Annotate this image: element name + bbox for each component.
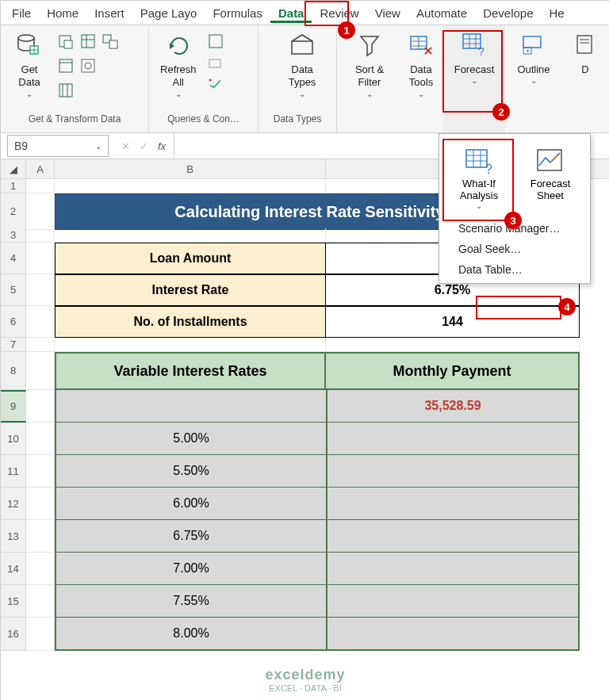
row-header[interactable]: 4 [1,243,26,274]
row-header[interactable]: 13 [1,520,26,553]
cell[interactable] [26,274,55,306]
ribbon-tabs[interactable]: File Home Insert Page Layo Formulas Data… [1,1,609,25]
loan-amount-label[interactable]: Loan Amount [55,243,326,274]
cell[interactable] [26,520,55,553]
source-icon[interactable] [58,33,74,52]
tab-data[interactable]: Data [270,3,312,23]
dt-cell-b[interactable]: 7.55% [55,585,326,618]
cell[interactable] [26,390,55,423]
tab-file[interactable]: File [4,3,39,23]
tab-home[interactable]: Home [39,3,86,23]
table-row[interactable]: 14 7.00% [1,553,609,585]
dt-cell-c[interactable] [326,488,580,520]
data-table-item[interactable]: Data Table… [447,259,582,280]
forecast-sheet-button[interactable]: Forecast Sheet [517,143,584,213]
dt-cell-b[interactable]: 5.50% [55,455,326,488]
sort-filter-button[interactable]: Sort & Filter ⌄ [346,29,393,112]
cell[interactable] [26,193,55,230]
col-header-b[interactable]: B [55,159,326,178]
cell[interactable] [26,306,55,338]
table-row[interactable]: 9 35,528.59 [1,390,609,423]
fx-icon[interactable]: fx [158,140,166,152]
goal-seek-item[interactable]: Goal Seek… [447,239,582,259]
source3-icon[interactable] [102,33,118,52]
row-header[interactable]: 8 [1,352,26,390]
tab-view[interactable]: View [367,3,408,23]
forecast-button[interactable]: ? Forecast ⌄ [448,29,500,112]
scenario-manager-item[interactable]: Scenario Manager… [447,218,582,239]
row-header[interactable]: 16 [1,618,26,651]
chevron-down-icon[interactable]: ⌄ [95,142,102,151]
row-header[interactable]: 12 [1,488,26,520]
source4-icon[interactable] [58,58,74,76]
q1-icon[interactable] [208,33,224,52]
dt-header-payment[interactable]: Monthly Payment [326,352,580,390]
dt-cell-b[interactable]: 7.00% [55,553,326,585]
cell[interactable] [55,228,326,243]
dt-cell-c[interactable] [326,585,580,618]
installments-label[interactable]: No. of Installments [55,306,326,338]
outline-button[interactable]: Outline ⌄ [510,29,557,112]
cell[interactable] [26,585,55,618]
table-row[interactable]: 16 8.00% [1,618,609,651]
cell[interactable] [55,338,326,352]
dt-header-rates[interactable]: Variable Interest Rates [55,352,326,390]
cancel-icon[interactable]: ✕ [121,140,130,152]
confirm-icon[interactable]: ✓ [140,140,148,152]
table-row[interactable]: 15 7.55% [1,585,609,618]
dt-cell-c[interactable] [326,520,580,553]
dt-cell-c[interactable] [326,423,580,455]
get-data-button[interactable]: Get Data ⌄ [6,29,53,112]
dt-cell-b[interactable]: 8.00% [55,618,326,651]
dt-cell-c[interactable] [326,618,580,651]
installments-value[interactable]: 144 [326,306,580,338]
cell[interactable] [26,423,55,455]
source2-icon[interactable] [80,33,96,52]
row-header[interactable]: 11 [1,455,26,488]
dt-cell-b[interactable]: 6.75% [55,520,326,553]
cell[interactable] [26,179,55,193]
tab-automate[interactable]: Automate [408,3,475,23]
row-header[interactable]: 3 [1,228,26,243]
formula-bar-buttons[interactable]: ✕ ✓ fx [113,133,174,159]
queries-misc[interactable] [203,29,228,96]
extra-button[interactable]: D [565,29,605,112]
name-box[interactable]: B9 ⌄ [7,135,109,157]
cell[interactable] [26,553,55,585]
data-types-button[interactable]: Data Types ⌄ [278,29,326,112]
row-header[interactable]: 15 [1,585,26,618]
dt-cell-c[interactable] [326,455,580,488]
row-header[interactable]: 1 [1,179,26,193]
dt-cell-c[interactable] [326,553,580,585]
dt-cell-c[interactable]: 35,528.59 [326,390,580,423]
tab-page-layout[interactable]: Page Layo [132,3,205,23]
cell[interactable] [26,488,55,520]
tab-formulas[interactable]: Formulas [205,3,270,23]
cell[interactable] [55,179,326,193]
cell[interactable] [26,243,55,274]
data-tools-button[interactable]: Data Tools ⌄ [397,29,445,112]
table-row[interactable]: 12 6.00% [1,488,609,520]
tab-review[interactable]: Review [312,3,366,23]
cell[interactable] [26,228,55,243]
interest-rate-label[interactable]: Interest Rate [55,274,326,306]
dt-cell-b[interactable]: 5.00% [55,423,326,455]
col-header-a[interactable]: A [26,159,55,178]
q3-icon[interactable] [208,78,224,91]
table-row[interactable]: 10 5.00% [1,423,609,455]
cell[interactable] [26,338,55,352]
cell[interactable] [26,618,55,651]
dt-cell-b[interactable]: 6.00% [55,488,326,520]
table-row[interactable]: 13 6.75% [1,520,609,553]
forecast-dropdown-panel[interactable]: ? What-If Analysis ⌄ Forecast Sheet Scen… [439,133,591,284]
row-header[interactable]: 7 [1,338,26,352]
row-header[interactable]: 6 [1,306,26,338]
row-header[interactable]: 2 [1,193,26,230]
tab-developer[interactable]: Develope [475,3,541,23]
row-header[interactable]: 5 [1,274,26,306]
row-header[interactable]: 14 [1,553,26,585]
select-all-triangle[interactable]: ◢ [1,159,26,178]
get-transform-misc-buttons[interactable] [53,29,123,105]
table-row[interactable]: 11 5.50% [1,455,609,488]
cell[interactable] [26,352,55,390]
